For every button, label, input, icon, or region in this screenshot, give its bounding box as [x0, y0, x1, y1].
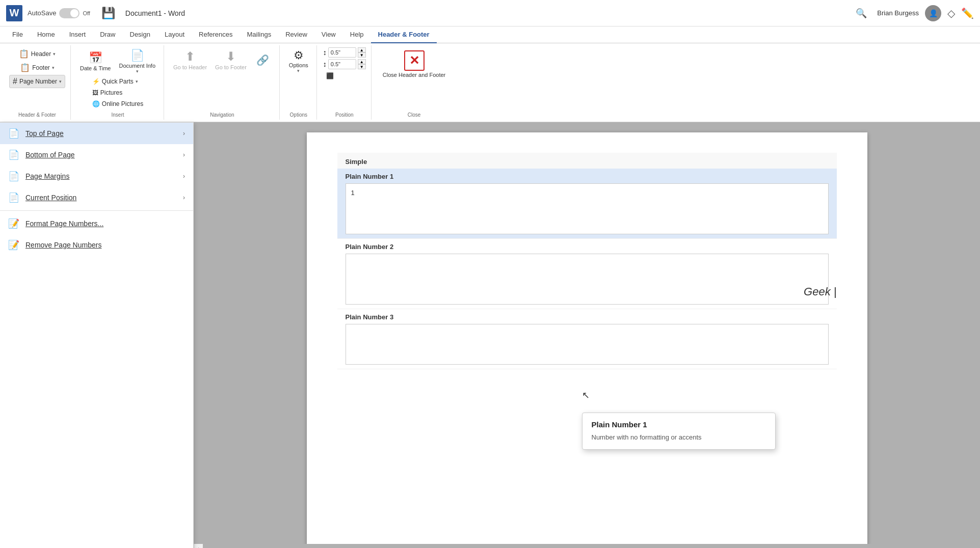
ribbon-group-close: ✕ Close Header and Footer Close	[373, 45, 456, 120]
gallery-item-2-title: Plain Number 2	[346, 243, 829, 251]
close-icon: ✕	[404, 50, 425, 71]
save-icon[interactable]: 💾	[101, 7, 115, 20]
insert-alignment-icon: ⬛	[326, 72, 334, 79]
dropdown-item-remove-page-numbers[interactable]: 📝 Remove Page Numbers	[0, 234, 193, 256]
go-to-footer-button[interactable]: ⬇ Go to Footer	[212, 47, 250, 72]
doc-scroll[interactable]: Simple Plain Number 1 1 Plain Number 2	[194, 122, 980, 544]
top-margin-input[interactable]	[328, 47, 356, 58]
date-time-button[interactable]: 📅 Date & Time	[77, 50, 114, 73]
dropdown-item-format-page-numbers[interactable]: 📝 Format Page Numbers...	[0, 213, 193, 234]
close-header-footer-button[interactable]: ✕ Close Header and Footer	[378, 47, 451, 81]
bottom-margin-spin-down[interactable]: ▼	[358, 64, 366, 69]
tooltip-description: Number with no formatting or accents	[592, 433, 766, 442]
top-of-page-chevron: ›	[183, 130, 185, 137]
cursor: ↖	[582, 390, 590, 401]
autosave-area: AutoSave Off	[28, 8, 90, 18]
tab-review[interactable]: Review	[278, 26, 314, 43]
pen-icon[interactable]: ✏️	[961, 7, 974, 19]
search-icon[interactable]: 🔍	[856, 8, 867, 19]
quick-parts-button[interactable]: ⚡ Quick Parts ▾	[89, 76, 146, 87]
word-icon: W	[6, 5, 22, 21]
insert-row1: 📅 Date & Time 📄 Document Info ▾	[77, 47, 158, 75]
tab-header-footer[interactable]: Header & Footer	[371, 26, 437, 43]
online-pictures-button[interactable]: 🌐 Online Pictures	[89, 99, 146, 109]
dropdown-divider	[0, 210, 193, 211]
page-number-label: Page Number	[19, 78, 57, 85]
top-margin-row: ↕ ▲ ▼	[323, 47, 366, 58]
document-page: Simple Plain Number 1 1 Plain Number 2	[307, 132, 867, 544]
page-margins-chevron: ›	[183, 173, 185, 180]
dropdown-item-bottom-of-page[interactable]: 📄 Bottom of Page ›	[0, 144, 193, 166]
doc-info-label: Document Info	[119, 63, 155, 69]
gallery-item-plain-number-1[interactable]: Plain Number 1 1	[337, 169, 837, 239]
tab-home[interactable]: Home	[30, 26, 62, 43]
go-to-header-button[interactable]: ⬆ Go to Header	[170, 47, 210, 72]
bottom-margin-icon: ↕	[323, 60, 327, 68]
top-margin-spin-down[interactable]: ▼	[358, 52, 366, 58]
tab-design[interactable]: Design	[123, 26, 157, 43]
doc-info-arrow: ▾	[136, 69, 139, 74]
dropdown-item-current-position[interactable]: 📄 Current Position ›	[0, 187, 193, 208]
tab-mailings[interactable]: Mailings	[240, 26, 279, 43]
page-margins-label: Page Margins	[25, 172, 177, 180]
quick-parts-icon: ⚡	[92, 78, 100, 85]
insert-sub-btns: ⚡ Quick Parts ▾ 🖼 Pictures 🌐 Online Pict…	[89, 76, 146, 109]
tab-help[interactable]: Help	[343, 26, 371, 43]
close-group-label: Close	[408, 110, 421, 118]
format-page-numbers-icon: 📝	[8, 218, 19, 229]
gallery-item-plain-number-3[interactable]: Plain Number 3	[337, 309, 837, 369]
header-button[interactable]: 📋 Header ▾	[16, 47, 59, 60]
scroll-up-arrow[interactable]: ▲	[194, 544, 203, 548]
doc-info-button[interactable]: 📄 Document Info ▾	[116, 47, 158, 75]
link-to-previous-button[interactable]: 🔗	[252, 52, 274, 68]
tab-file[interactable]: File	[5, 26, 30, 43]
top-margin-spin-up[interactable]: ▲	[358, 47, 366, 52]
page-number-icon: #️	[13, 77, 17, 86]
autosave-label: AutoSave	[28, 9, 56, 17]
page-number-button[interactable]: #️ Page Number ▾	[9, 75, 65, 88]
top-of-page-icon: 📄	[8, 128, 19, 139]
options-arrow: ▾	[297, 68, 300, 73]
bottom-margin-spin-up[interactable]: ▲	[358, 59, 366, 64]
tab-insert[interactable]: Insert	[62, 26, 93, 43]
top-margin-icon: ↕	[323, 48, 327, 57]
tab-draw[interactable]: Draw	[93, 26, 122, 43]
toggle-knob	[70, 9, 78, 17]
page-number-dropdown: 📄 Top of Page › 📄 Bottom of Page › 📄 Pag…	[0, 122, 194, 548]
dropdown-item-page-margins[interactable]: 📄 Page Margins ›	[0, 166, 193, 187]
tab-references[interactable]: References	[192, 26, 240, 43]
tooltip-box: Plain Number 1 Number with no formatting…	[582, 413, 776, 450]
ribbon-group-position: ↕ ▲ ▼ ↕ ▲ ▼ ⬛	[318, 45, 372, 120]
bottom-of-page-label: Bottom of Page	[25, 151, 177, 159]
pictures-button[interactable]: 🖼 Pictures	[89, 88, 146, 98]
footer-button[interactable]: 📋 Footer ▾	[17, 61, 58, 74]
doc-info-icon: 📄	[130, 49, 144, 62]
gallery-item-3-title: Plain Number 3	[346, 313, 829, 321]
options-button[interactable]: ⚙ Options ▾	[286, 47, 311, 75]
diamond-icon[interactable]: ◇	[947, 7, 955, 19]
date-time-icon: 📅	[89, 51, 102, 65]
titlebar: W AutoSave Off 💾 Document1 - Word 🔍 Bria…	[0, 0, 980, 26]
current-position-label: Current Position	[25, 194, 177, 202]
bottom-margin-row: ↕ ▲ ▼	[323, 59, 366, 69]
current-position-icon: 📄	[8, 192, 19, 203]
tab-view[interactable]: View	[314, 26, 343, 43]
insert-alignment-button[interactable]: ⬛	[323, 71, 366, 81]
navigation-group-label: Navigation	[210, 110, 234, 118]
tooltip-title: Plain Number 1	[592, 420, 766, 429]
dropdown-item-top-of-page[interactable]: 📄 Top of Page ›	[0, 123, 193, 144]
gallery-item-2-preview	[346, 254, 829, 305]
pictures-label: Pictures	[100, 89, 122, 96]
bottom-margin-input[interactable]	[328, 59, 356, 69]
gallery-item-3-preview	[346, 324, 829, 365]
bottom-margin-spin: ▲ ▼	[358, 59, 366, 69]
autosave-toggle[interactable]	[59, 8, 80, 18]
doc-area: Simple Plain Number 1 1 Plain Number 2	[194, 122, 980, 548]
scrollbar[interactable]: ▲ ▼	[194, 544, 203, 548]
main-area: 📄 Top of Page › 📄 Bottom of Page › 📄 Pag…	[0, 122, 980, 548]
gallery-item-plain-number-2[interactable]: Plain Number 2	[337, 239, 837, 309]
position-group-label: Position	[335, 110, 354, 118]
header-footer-group-label: Header & Footer	[18, 110, 56, 118]
current-position-chevron: ›	[183, 194, 185, 201]
tab-layout[interactable]: Layout	[157, 26, 192, 43]
